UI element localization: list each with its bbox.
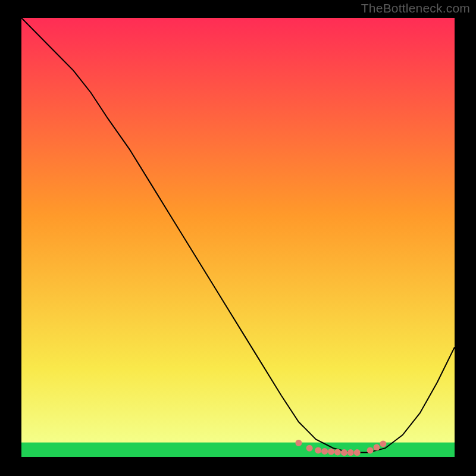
marker-dot — [347, 449, 354, 456]
watermark-text: TheBottleneck.com — [361, 1, 470, 15]
marker-dot — [380, 440, 386, 447]
plot-area — [21, 18, 455, 457]
marker-dot — [295, 440, 302, 446]
marker-dot — [354, 449, 361, 456]
marker-dot — [321, 448, 328, 455]
marker-dot — [306, 445, 313, 452]
chart-frame: TheBottleneck.com — [0, 0, 476, 476]
gradient-background — [21, 18, 455, 457]
chart-svg — [21, 18, 455, 457]
marker-dot — [315, 447, 321, 453]
marker-dot — [341, 449, 347, 456]
marker-dot — [334, 449, 341, 455]
marker-dot — [328, 449, 334, 455]
marker-dot — [367, 447, 374, 453]
marker-dot — [374, 444, 380, 450]
